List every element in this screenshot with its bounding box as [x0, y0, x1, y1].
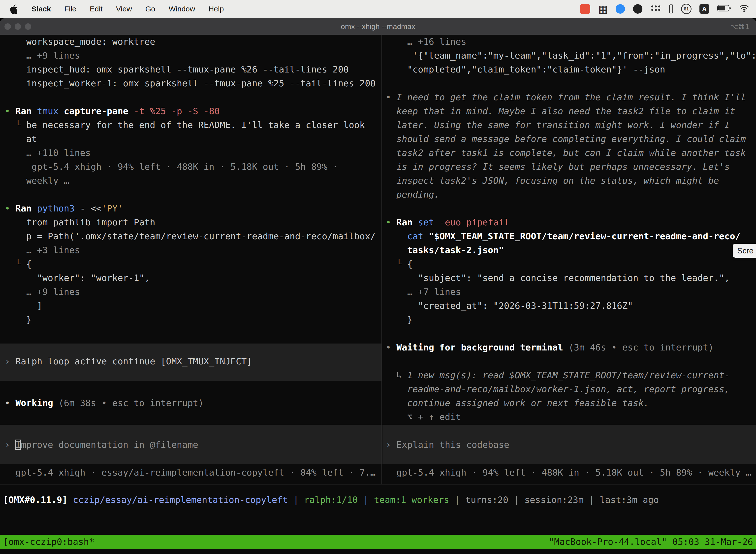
terminal-line: later. Using the same for transition mig… — [386, 118, 730, 132]
close-button[interactable] — [4, 23, 11, 30]
terminal-line: weekly … — [5, 174, 69, 188]
terminal-line: from pathlib import Path — [5, 215, 155, 229]
sidebar-toggle-icon[interactable] — [669, 4, 673, 13]
terminal-line: continue assigned work or next feasible … — [386, 396, 649, 410]
terminal-line: gpt-5.4 xhigh · 94% left · 488K in · 5.1… — [5, 160, 338, 174]
app-grid-icon[interactable] — [650, 4, 661, 14]
window-title-bar[interactable]: omx --xhigh --madmax ⌥⌘1 — [0, 18, 756, 35]
terminal-window: omx --xhigh --madmax ⌥⌘1 workspace_mode:… — [0, 18, 756, 554]
terminal-line: └ { — [386, 257, 413, 271]
window-shortcut-hint: ⌥⌘1 — [730, 18, 750, 35]
keyboard-grid-icon[interactable]: ▦ — [598, 4, 608, 14]
tmux-status-bar: [omx-cczip0:bash* "MacBook-Pro-44.local"… — [0, 535, 756, 549]
screen-recording-indicator-icon[interactable] — [580, 4, 590, 14]
menu-item-window[interactable]: Window — [162, 5, 202, 13]
terminal-line: should send a message before completing … — [386, 132, 746, 146]
terminal-line: • Ran set -euo pipefail — [386, 215, 509, 229]
terminal-line: • Working (6m 38s • esc to interrupt) — [5, 396, 204, 410]
terminal-line: cat "$OMX_TEAM_STATE_ROOT/team/review-cu… — [386, 229, 741, 243]
menu-bar-status-icons: ▦ 61 A — [580, 4, 756, 14]
minimize-button[interactable] — [15, 23, 21, 30]
terminal-line: └ { — [5, 257, 32, 271]
terminal-line: • I need to get the claim token from the… — [386, 90, 746, 104]
terminal-line: } — [5, 313, 32, 327]
terminal-line: tasks/task-2.json" — [386, 243, 504, 257]
menu-item-help[interactable]: Help — [202, 5, 231, 13]
terminal-line: › Improve documentation in @filename — [5, 438, 198, 452]
window-title: omx --xhigh --madmax — [341, 22, 415, 31]
terminal-line: "created_at": "2026-03-31T11:59:27.816Z" — [386, 299, 633, 313]
terminal-line: at — [5, 132, 37, 146]
zoom-button[interactable] — [25, 23, 31, 30]
terminal-line: gpt-5.4 xhigh · essay/ai-reimplementatio… — [5, 466, 376, 480]
input-source-icon[interactable]: A — [699, 4, 709, 14]
terminal-line: … +9 lines — [5, 285, 80, 299]
terminal-line: … +110 lines — [5, 146, 91, 160]
menu-item-file[interactable]: File — [58, 5, 83, 13]
terminal-line: workspace_mode: worktree — [5, 35, 155, 49]
screen-notification-text: Scre — [737, 246, 754, 256]
wifi-icon[interactable] — [739, 4, 749, 14]
screen-notification-popup[interactable]: Scre — [733, 244, 756, 258]
terminal-line: "subject": "send a concise recommendatio… — [386, 271, 730, 285]
omx-status-bar: [OMX#0.11.9] cczip/essay/ai-reimplementa… — [3, 493, 659, 507]
pane-divider — [381, 35, 382, 484]
battery-icon[interactable] — [717, 5, 731, 13]
pane-left[interactable]: workspace_mode: worktree … +9 lines insp… — [0, 35, 381, 484]
terminal-line: '{"team_name":"my-team","task_id":"1","f… — [386, 49, 756, 63]
menu-item-view[interactable]: View — [109, 5, 138, 13]
terminal-line: inspect task2's JSON, focusing on the st… — [386, 174, 719, 188]
terminal-line: task2 after task1 is complete, but can I… — [386, 146, 746, 160]
battery-gauge-icon[interactable]: 61 — [681, 4, 692, 14]
terminal-line: … +16 lines — [386, 35, 466, 49]
dark-app-icon[interactable] — [633, 4, 642, 14]
terminal-line: pending. — [386, 188, 440, 202]
terminal-line: "completed","claim_token":"claim-token"}… — [386, 63, 665, 76]
terminal-line: inspect_hud: omx sparkshell --tmux-pane … — [5, 63, 349, 76]
traffic-lights — [4, 18, 31, 35]
terminal-line: ] — [5, 299, 43, 313]
terminal-content: workspace_mode: worktree … +9 lines insp… — [0, 35, 756, 484]
menu-bar-left: Slack File Edit View Go Window Help — [0, 4, 231, 14]
menu-item-go[interactable]: Go — [139, 5, 162, 13]
terminal-line: inspect_worker-1: omx sparkshell --tmux-… — [5, 76, 376, 90]
menu-app-name[interactable]: Slack — [25, 5, 58, 13]
terminal-line: ⌥ + ↑ edit — [386, 410, 461, 424]
terminal-line: … +9 lines — [5, 49, 80, 63]
terminal-line: "worker": "worker-1", — [5, 271, 150, 285]
apple-menu-icon[interactable] — [10, 4, 18, 14]
blue-app-icon[interactable] — [616, 4, 625, 14]
terminal-line: └ be necessary for the end of the README… — [5, 118, 365, 132]
terminal-line: is in progress? It seems likely but perh… — [386, 160, 730, 174]
terminal-line: › Ralph loop active continue [OMX_TMUX_I… — [5, 354, 252, 368]
pane-right[interactable]: … +16 lines '{"team_name":"my-team","tas… — [382, 35, 756, 484]
status-separator — [0, 484, 756, 485]
terminal-line: gpt-5.4 xhigh · 94% left · 488K in · 5.1… — [386, 466, 751, 480]
terminal-line: … +7 lines — [386, 285, 461, 299]
terminal-line: keep that in mind. Maybe I also need the… — [386, 104, 735, 118]
terminal-line: • Waiting for background terminal (3m 46… — [386, 340, 713, 354]
terminal-line: p = Path('.omx/state/team/review-current… — [5, 229, 376, 243]
terminal-line: • Ran tmux capture-pane -t %25 -p -S -80 — [5, 104, 220, 118]
tmux-session-label: [omx-cczip0:bash* — [3, 535, 94, 549]
terminal-line: … +3 lines — [5, 243, 80, 257]
terminal-line: • Ran python3 - <<'PY' — [5, 202, 123, 215]
terminal-line: › Explain this codebase — [386, 438, 509, 452]
menu-item-edit[interactable]: Edit — [83, 5, 109, 13]
terminal-line: } — [386, 313, 413, 327]
menu-bar: Slack File Edit View Go Window Help ▦ 61… — [0, 0, 756, 18]
terminal-line: ↳ 1 new msg(s): read $OMX_TEAM_STATE_ROO… — [386, 368, 730, 382]
terminal-line: readme-and-reco/mailbox/worker-1.json, a… — [386, 382, 730, 396]
tmux-host-clock: "MacBook-Pro-44.local" 05:03 31-Mar-26 — [549, 535, 753, 549]
